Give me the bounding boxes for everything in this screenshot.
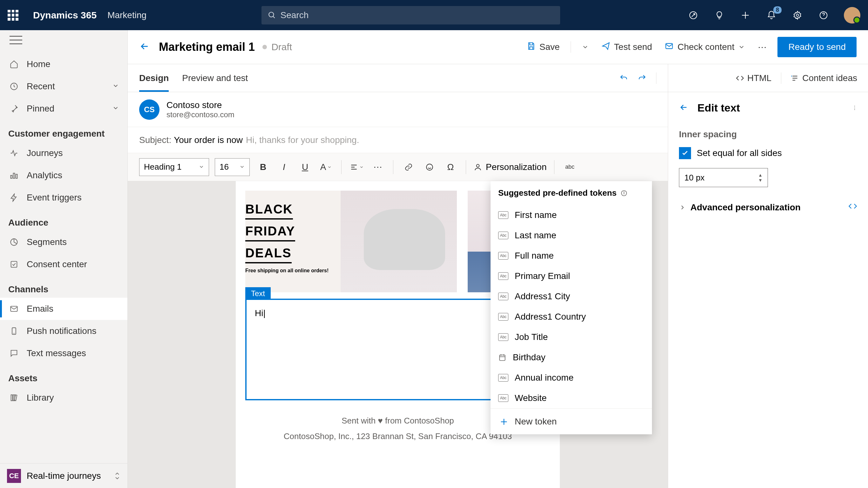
nav-text[interactable]: Text messages [0,342,127,364]
sender-row[interactable]: CS Contoso store store@contoso.com [128,92,668,127]
svg-rect-13 [11,306,18,311]
spacing-input[interactable]: 10 px ▲▼ [679,168,768,187]
token-item[interactable]: AbcLast name [491,225,652,246]
italic-button[interactable]: I [276,159,292,175]
nav-emails[interactable]: Emails [0,298,127,320]
nav-recent[interactable]: Recent [0,75,127,97]
svg-rect-16 [11,395,13,401]
save-button[interactable]: Save [525,39,562,55]
token-item[interactable]: AbcJob Title [491,327,652,347]
plus-icon[interactable] [740,9,751,21]
more-format-button[interactable]: ⋯ [370,159,385,175]
tab-row: Design Preview and test [128,64,668,92]
token-item[interactable]: AbcWebsite [491,388,652,408]
segments-icon [8,238,20,247]
tab-design[interactable]: Design [139,64,175,92]
editor-toolbar: Heading 1 16 B I U A ⋯ Ω Personalization… [128,153,668,181]
spellcheck-button[interactable]: abc [562,159,577,175]
app-launcher-icon[interactable] [8,10,19,21]
align-button[interactable] [349,159,365,175]
svg-point-26 [624,191,624,192]
ready-to-send-button[interactable]: Ready to send [777,37,857,57]
subject-row[interactable]: Subject: Your order is now Hi, thanks fo… [128,127,668,153]
nav-footer[interactable]: CE Real-time journeys [0,463,127,488]
token-item[interactable]: AbcAddress1 Country [491,307,652,327]
link-button[interactable] [401,159,416,175]
check-content-button[interactable]: Check content [663,39,747,55]
search-input[interactable]: Search [261,6,560,25]
equal-sides-checkbox[interactable]: Set equal for all sides [679,147,857,159]
svg-rect-8 [11,175,12,178]
token-item[interactable]: AbcAnnual income [491,368,652,388]
top-bar: Dynamics 365 Marketing Search 8 [0,0,868,30]
nav-pinned[interactable]: Pinned [0,97,127,120]
info-icon[interactable] [620,190,627,197]
undo-button[interactable] [619,74,628,83]
mail-check-icon [665,41,674,53]
journey-icon [8,149,20,158]
heading-select[interactable]: Heading 1 [139,158,209,176]
area-badge: CE [7,469,21,483]
token-item[interactable]: AbcAddress1 City [491,286,652,307]
svg-rect-10 [16,175,18,179]
bold-button[interactable]: B [255,159,271,175]
redo-button[interactable] [638,74,647,83]
personalization-button[interactable]: Personalization [474,162,547,172]
font-color-button[interactable]: A [318,159,334,175]
token-item[interactable]: Birthday [491,347,652,368]
chevron-down-icon [112,103,119,114]
nav-library[interactable]: Library [0,387,127,409]
nav-home[interactable]: Home [0,53,127,75]
search-placeholder: Search [281,10,309,20]
chevron-updown-icon [114,472,120,480]
lightbulb-icon[interactable] [714,9,725,21]
content-ideas-button[interactable]: Content ideas [791,73,857,83]
settings-icon[interactable] [792,9,803,21]
new-token-item[interactable]: ＋New token [491,408,652,434]
test-send-button[interactable]: Test send [599,39,654,55]
nav-analytics[interactable]: Analytics [0,164,127,186]
module-name: Marketing [107,10,147,20]
panel-back-button[interactable] [679,102,688,114]
notifications-icon[interactable]: 8 [766,9,777,21]
page-title: Marketing email 1 [159,40,255,54]
plus-icon: ＋ [498,414,508,429]
nav-section-engagement: Customer engagement [0,120,127,142]
token-item[interactable]: AbcFull name [491,246,652,266]
save-dropdown[interactable] [580,41,591,53]
code-icon[interactable] [848,202,857,213]
nav-segments[interactable]: Segments [0,231,127,253]
command-bar: Marketing email 1 Draft Save Test send C… [128,30,868,64]
nav-journeys[interactable]: Journeys [0,142,127,164]
token-item[interactable]: AbcFirst name [491,205,652,225]
tab-preview[interactable]: Preview and test [182,64,253,92]
spinner-icon[interactable]: ▲▼ [758,173,763,183]
brand-name: Dynamics 365 [33,10,97,21]
token-dropdown: Suggested pre-defined tokens AbcFirst na… [491,181,652,434]
emoji-button[interactable] [422,159,437,175]
phone-icon [8,327,20,336]
back-button[interactable] [139,41,150,53]
library-icon [8,393,20,402]
right-panel: HTML Content ideas Edit text ⋮ Inner spa… [668,64,868,488]
nav-collapse-icon[interactable] [9,36,22,44]
html-button[interactable]: HTML [736,73,771,83]
text-content: Hi| [255,308,266,318]
nav-event-triggers[interactable]: Event triggers [0,186,127,209]
status-badge: Draft [262,41,292,53]
nav-consent[interactable]: Consent center [0,253,127,275]
help-icon[interactable] [818,9,829,21]
underline-button[interactable]: U [298,159,313,175]
panel-more-button[interactable]: ⋮ [852,105,857,111]
user-avatar[interactable] [844,7,860,24]
advanced-personalization-toggle[interactable]: Advanced personalization [679,202,857,213]
nav-push[interactable]: Push notifications [0,320,127,342]
omega-button[interactable]: Ω [443,159,458,175]
token-item[interactable]: AbcPrimary Email [491,266,652,286]
more-button[interactable]: ⋯ [756,39,769,55]
fontsize-select[interactable]: 16 [215,158,250,176]
svg-rect-27 [499,355,505,360]
share-icon[interactable] [687,9,699,21]
send-icon [601,41,610,53]
svg-point-22 [426,164,433,170]
